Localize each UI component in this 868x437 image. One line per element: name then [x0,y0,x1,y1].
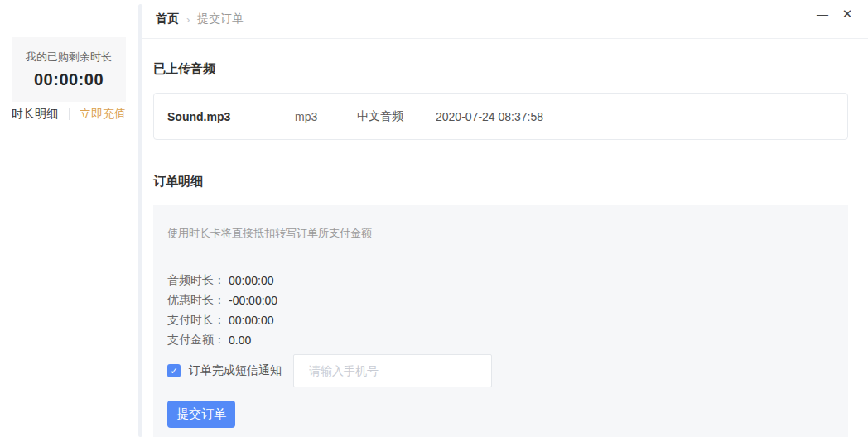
file-language: 中文音频 [357,109,436,124]
sidebar-links: 时长明细 立即充值 [12,107,126,122]
phone-input[interactable] [293,354,492,387]
sidebar: 我的已购剩余时长 00:00:00 时长明细 立即充值 [0,0,141,437]
recharge-link[interactable]: 立即充值 [80,107,126,122]
uploaded-section-title: 已上传音频 [153,61,848,77]
window-controls: — ✕ [810,5,860,23]
breadcrumb-current: 提交订单 [197,12,244,26]
pay-duration-label: 支付时长： [167,313,225,328]
discount-duration-label: 优惠时长： [167,293,225,308]
audio-duration-row: 音频时长： 00:00:00 [167,271,834,291]
pay-amount-label: 支付金额： [167,333,225,348]
file-upload-time: 2020-07-24 08:37:58 [436,110,847,123]
chevron-right-icon: › [186,13,190,26]
check-icon: ✓ [170,367,177,376]
sms-notify-row: ✓ 订单完成短信通知 [167,354,834,387]
order-detail-rows: 音频时长： 00:00:00 优惠时长： -00:00:00 支付时长： 00:… [167,271,834,350]
sms-notify-label: 订单完成短信通知 [189,363,282,378]
breadcrumb-home[interactable]: 首页 [156,12,179,26]
audio-duration-label: 音频时长： [167,273,225,288]
main-header: 首页 › 提交订单 [142,0,868,39]
submit-order-button[interactable]: 提交订单 [167,401,235,428]
breadcrumb: 首页 › 提交订单 [156,12,244,26]
order-note: 使用时长卡将直接抵扣转写订单所支付金额 [167,226,834,241]
balance-title: 我的已购剩余时长 [12,50,126,65]
content: 已上传音频 Sound.mp3 mp3 中文音频 2020-07-24 08:3… [142,61,868,437]
order-divider [167,252,834,252]
discount-duration-value: -00:00:00 [229,294,277,307]
balance-value: 00:00:00 [12,70,126,89]
links-divider [69,108,70,120]
pay-amount-value: 0.00 [229,334,251,347]
duration-detail-link[interactable]: 时长明细 [12,107,58,122]
close-icon[interactable]: ✕ [835,5,860,23]
audio-duration-value: 00:00:00 [229,274,274,287]
main-area: 首页 › 提交订单 — ✕ 已上传音频 Sound.mp3 mp3 中文音频 2… [142,0,868,437]
discount-duration-row: 优惠时长： -00:00:00 [167,291,834,310]
sms-notify-checkbox[interactable]: ✓ [167,364,181,377]
uploaded-file-row: Sound.mp3 mp3 中文音频 2020-07-24 08:37:58 [153,93,848,140]
file-format: mp3 [295,110,357,123]
order-panel: 使用时长卡将直接抵扣转写订单所支付金额 音频时长： 00:00:00 优惠时长：… [153,205,848,437]
pay-amount-row: 支付金额： 0.00 [167,330,834,350]
pay-duration-value: 00:00:00 [229,314,274,327]
file-name: Sound.mp3 [167,110,295,123]
order-section-title: 订单明细 [153,174,848,190]
pay-duration-row: 支付时长： 00:00:00 [167,310,834,330]
balance-card: 我的已购剩余时长 00:00:00 [12,37,126,102]
minimize-icon[interactable]: — [810,5,835,23]
